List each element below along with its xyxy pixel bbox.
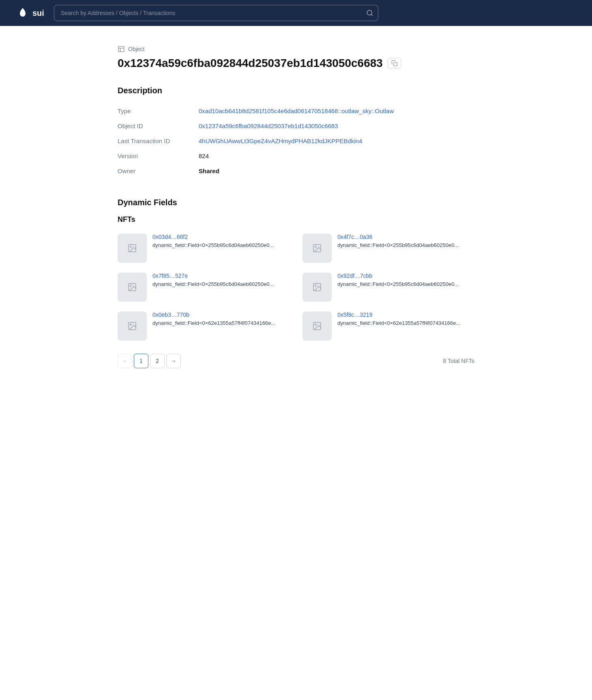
object-id-link[interactable]: 0x12374a59c6fba092844d25037eb1d143050c66… — [199, 122, 338, 129]
object-label-text: Object — [128, 46, 144, 52]
svg-point-6 — [315, 246, 316, 247]
description-table: Type 0xad10acb641b8d2581f105c4e6dad06147… — [118, 103, 474, 178]
main-content: Object 0x12374a59c6fba092844d25037eb1d14… — [101, 26, 491, 406]
svg-point-12 — [130, 324, 131, 325]
nft-info: 0x7f85…527e dynamic_field::Field<0×255b9… — [152, 273, 290, 288]
image-placeholder-icon — [312, 282, 322, 292]
nft-card[interactable]: 0x0eb3…770b dynamic_field::Field<0×62e13… — [118, 311, 290, 341]
pagination-row: ← 1 2 → 8 Total NFTs — [118, 354, 474, 368]
table-row: Object ID 0x12374a59c6fba092844d25037eb1… — [118, 118, 474, 133]
field-value: 0xad10acb641b8d2581f105c4e6dad0614705184… — [199, 103, 474, 118]
nft-type: dynamic_field::Field<0×62e1355a57ff4f074… — [337, 320, 474, 327]
svg-point-10 — [315, 285, 316, 286]
tx-id-link[interactable]: 4hUWGhUAwwLt3GpeZ4vAZHmydPHAB12kdJKPPEBd… — [199, 137, 362, 144]
table-row: Owner Shared — [118, 163, 474, 178]
svg-rect-2 — [394, 62, 397, 66]
nft-thumbnail — [118, 273, 147, 302]
field-label: Object ID — [118, 118, 199, 133]
page-1-label: 1 — [139, 358, 143, 364]
field-value: 4hUWGhUAwwLt3GpeZ4vAZHmydPHAB12kdJKPPEBd… — [199, 133, 474, 148]
object-icon — [118, 45, 125, 53]
image-placeholder-icon — [127, 282, 137, 292]
field-label: Last Transaction ID — [118, 133, 199, 148]
nft-type: dynamic_field::Field<0×255b95c6d04aeb602… — [337, 281, 474, 288]
search-bar — [54, 5, 378, 21]
nft-thumbnail — [302, 311, 332, 341]
nft-id: 0x7f85…527e — [152, 273, 290, 279]
nft-type: dynamic_field::Field<0×255b95c6d04aeb602… — [152, 242, 290, 249]
next-page-button[interactable]: → — [166, 354, 181, 368]
page-2-label: 2 — [156, 358, 159, 364]
nft-id: 0x5f8c…3219 — [337, 311, 474, 318]
object-id-value: 0x12374a59c6fba092844d25037eb1d143050c66… — [118, 57, 383, 70]
svg-point-0 — [367, 10, 372, 15]
nft-info: 0x5f8c…3219 dynamic_field::Field<0×62e13… — [337, 311, 474, 327]
owner-value: Shared — [199, 167, 219, 174]
nft-card[interactable]: 0x5f8c…3219 dynamic_field::Field<0×62e13… — [302, 311, 474, 341]
field-label: Owner — [118, 163, 199, 178]
svg-rect-1 — [118, 46, 124, 52]
nft-info: 0x92df…7cbb dynamic_field::Field<0×255b9… — [337, 273, 474, 288]
nft-thumbnail — [302, 273, 332, 302]
nft-id: 0x4f7c…0a36 — [337, 234, 474, 240]
copy-button[interactable] — [388, 58, 401, 69]
nft-thumbnail — [118, 311, 147, 341]
nft-type: dynamic_field::Field<0×62e1355a57ff4f074… — [152, 320, 290, 327]
object-type-label: Object — [118, 45, 474, 53]
version-value: 824 — [199, 152, 209, 159]
copy-icon — [391, 60, 398, 67]
prev-page-button[interactable]: ← — [118, 354, 132, 368]
table-row: Last Transaction ID 4hUWGhUAwwLt3GpeZ4vA… — [118, 133, 474, 148]
nft-id: 0x92df…7cbb — [337, 273, 474, 279]
logo: sui — [16, 6, 44, 19]
logo-text: sui — [32, 9, 44, 18]
svg-point-4 — [130, 246, 131, 247]
nft-thumbnail — [302, 234, 332, 263]
svg-point-14 — [315, 324, 316, 325]
nft-card[interactable]: 0x7f85…527e dynamic_field::Field<0×255b9… — [118, 273, 290, 302]
next-icon: → — [171, 358, 176, 364]
nft-card[interactable]: 0x03d4…66f2 dynamic_field::Field<0×255b9… — [118, 234, 290, 263]
field-value: Shared — [199, 163, 474, 178]
image-placeholder-icon — [312, 243, 322, 253]
nfts-subtitle: NFTs — [118, 215, 474, 224]
image-placeholder-icon — [127, 243, 137, 253]
description-title: Description — [118, 86, 474, 95]
table-row: Version 824 — [118, 148, 474, 163]
field-label: Version — [118, 148, 199, 163]
sui-logo-icon — [16, 6, 29, 19]
nft-id: 0x03d4…66f2 — [152, 234, 290, 240]
search-input[interactable] — [54, 5, 378, 21]
app-header: sui — [0, 0, 592, 26]
nft-grid: 0x03d4…66f2 dynamic_field::Field<0×255b9… — [118, 234, 474, 341]
image-placeholder-icon — [312, 321, 322, 331]
nft-type: dynamic_field::Field<0×255b95c6d04aeb602… — [152, 281, 290, 288]
dynamic-fields-section: Dynamic Fields NFTs 0x03d4…66f2 dynamic_… — [118, 198, 474, 368]
nft-info: 0x03d4…66f2 dynamic_field::Field<0×255b9… — [152, 234, 290, 249]
nft-thumbnail — [118, 234, 147, 263]
total-nfts-label: 8 Total NFTs — [443, 358, 474, 364]
search-button[interactable] — [366, 9, 373, 17]
table-row: Type 0xad10acb641b8d2581f105c4e6dad06147… — [118, 103, 474, 118]
field-value: 0x12374a59c6fba092844d25037eb1d143050c66… — [199, 118, 474, 133]
nft-id: 0x0eb3…770b — [152, 311, 290, 318]
prev-icon: ← — [122, 358, 128, 364]
nft-info: 0x4f7c…0a36 dynamic_field::Field<0×255b9… — [337, 234, 474, 249]
nft-card[interactable]: 0x4f7c…0a36 dynamic_field::Field<0×255b9… — [302, 234, 474, 263]
type-link[interactable]: 0xad10acb641b8d2581f105c4e6dad0614705184… — [199, 107, 394, 114]
dynamic-fields-title: Dynamic Fields — [118, 198, 474, 207]
search-icon — [366, 9, 373, 17]
object-id-row: 0x12374a59c6fba092844d25037eb1d143050c66… — [118, 57, 474, 70]
page-1-button[interactable]: 1 — [134, 354, 148, 368]
svg-point-8 — [130, 285, 131, 286]
nft-info: 0x0eb3…770b dynamic_field::Field<0×62e13… — [152, 311, 290, 327]
field-value: 824 — [199, 148, 474, 163]
page-2-button[interactable]: 2 — [150, 354, 165, 368]
nft-type: dynamic_field::Field<0×255b95c6d04aeb602… — [337, 242, 474, 249]
pagination-controls: ← 1 2 → — [118, 354, 181, 368]
image-placeholder-icon — [127, 321, 137, 331]
field-label: Type — [118, 103, 199, 118]
nft-card[interactable]: 0x92df…7cbb dynamic_field::Field<0×255b9… — [302, 273, 474, 302]
